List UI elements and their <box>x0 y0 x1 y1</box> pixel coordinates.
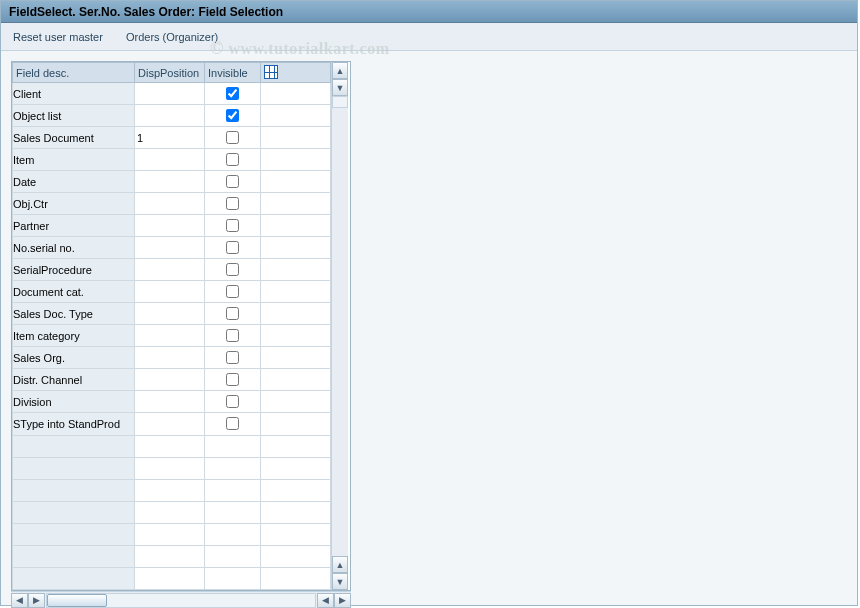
h-scroll-thumb[interactable] <box>47 594 107 607</box>
table-row: Date <box>13 171 331 193</box>
field-desc-cell: Document cat. <box>13 281 135 303</box>
invisible-checkbox[interactable] <box>226 263 239 276</box>
field-desc-cell: SerialProcedure <box>13 259 135 281</box>
invisible-cell <box>205 127 261 149</box>
col-header-select-columns[interactable] <box>261 63 331 83</box>
blank-cell <box>261 303 331 325</box>
col-header-disp-position[interactable]: DispPosition <box>135 63 205 83</box>
table-row: Document cat. <box>13 281 331 303</box>
invisible-checkbox[interactable] <box>226 417 239 430</box>
disp-position-cell <box>135 347 205 369</box>
empty-cell <box>205 523 261 545</box>
blank-cell <box>261 149 331 171</box>
disp-position-input[interactable] <box>135 128 204 147</box>
disp-position-cell <box>135 369 205 391</box>
empty-cell <box>135 479 205 501</box>
disp-position-cell <box>135 83 205 105</box>
invisible-checkbox[interactable] <box>226 373 239 386</box>
disp-position-input[interactable] <box>135 172 204 191</box>
table-row-empty <box>13 479 331 501</box>
invisible-checkbox[interactable] <box>226 197 239 210</box>
invisible-checkbox[interactable] <box>226 219 239 232</box>
blank-cell <box>261 193 331 215</box>
disp-position-input[interactable] <box>135 282 204 301</box>
table-settings-icon <box>264 65 278 79</box>
invisible-checkbox[interactable] <box>226 109 239 122</box>
horizontal-scrollbar[interactable]: ◀ ▶ ◀ ▶ <box>11 591 351 608</box>
empty-cell <box>135 523 205 545</box>
disp-position-input[interactable] <box>135 150 204 169</box>
empty-cell <box>135 567 205 589</box>
invisible-checkbox[interactable] <box>226 351 239 364</box>
invisible-cell <box>205 281 261 303</box>
empty-cell <box>13 545 135 567</box>
table-row-empty <box>13 545 331 567</box>
field-desc-cell: Item <box>13 149 135 171</box>
orders-organizer-button[interactable]: Orders (Organizer) <box>126 23 218 51</box>
scroll-down-button[interactable]: ▼ <box>332 79 348 96</box>
empty-cell <box>261 479 331 501</box>
scroll-right-end-button[interactable]: ▶ <box>334 593 351 608</box>
disp-position-input[interactable] <box>135 260 204 279</box>
col-header-invisible[interactable]: Invisible <box>205 63 261 83</box>
col-header-field-desc[interactable]: Field desc. <box>13 63 135 83</box>
app-window: FieldSelect. Ser.No. Sales Order: Field … <box>0 0 858 606</box>
invisible-checkbox[interactable] <box>226 329 239 342</box>
invisible-checkbox[interactable] <box>226 285 239 298</box>
vertical-scrollbar[interactable]: ▲ ▼ ▲ ▼ <box>331 62 348 590</box>
invisible-checkbox[interactable] <box>226 241 239 254</box>
blank-cell <box>261 391 331 413</box>
scroll-down-bottom-button[interactable]: ▼ <box>332 573 348 590</box>
empty-cell <box>13 523 135 545</box>
disp-position-input[interactable] <box>135 106 204 125</box>
disp-position-input[interactable] <box>135 326 204 345</box>
field-desc-cell: Distr. Channel <box>13 369 135 391</box>
scroll-left-end-button[interactable]: ◀ <box>317 593 334 608</box>
disp-position-input[interactable] <box>135 238 204 257</box>
invisible-cell <box>205 369 261 391</box>
disp-position-input[interactable] <box>135 392 204 411</box>
scroll-up-bottom-button[interactable]: ▲ <box>332 556 348 573</box>
disp-position-input[interactable] <box>135 304 204 323</box>
scroll-up-button[interactable]: ▲ <box>332 62 348 79</box>
invisible-checkbox[interactable] <box>226 87 239 100</box>
blank-cell <box>261 215 331 237</box>
disp-position-input[interactable] <box>135 414 204 433</box>
disp-position-input[interactable] <box>135 216 204 235</box>
field-desc-cell: Sales Org. <box>13 347 135 369</box>
title-bar: FieldSelect. Ser.No. Sales Order: Field … <box>1 1 857 23</box>
app-toolbar: Reset user master Orders (Organizer) <box>1 23 857 51</box>
window-title: FieldSelect. Ser.No. Sales Order: Field … <box>9 5 283 19</box>
disp-position-cell <box>135 193 205 215</box>
invisible-checkbox[interactable] <box>226 395 239 408</box>
table-row: Sales Document <box>13 127 331 149</box>
invisible-cell <box>205 325 261 347</box>
empty-cell <box>13 435 135 457</box>
disp-position-input[interactable] <box>135 194 204 213</box>
invisible-checkbox[interactable] <box>226 153 239 166</box>
scroll-right-button[interactable]: ▶ <box>28 593 45 608</box>
table-row: Division <box>13 391 331 413</box>
invisible-checkbox[interactable] <box>226 131 239 144</box>
disp-position-cell <box>135 105 205 127</box>
invisible-checkbox[interactable] <box>226 307 239 320</box>
scroll-left-button[interactable]: ◀ <box>11 593 28 608</box>
blank-cell <box>261 281 331 303</box>
blank-cell <box>261 127 331 149</box>
empty-cell <box>205 501 261 523</box>
invisible-cell <box>205 215 261 237</box>
table-row: SType into StandProd <box>13 413 331 435</box>
empty-cell <box>261 501 331 523</box>
disp-position-input[interactable] <box>135 348 204 367</box>
blank-cell <box>261 105 331 127</box>
field-desc-cell: Object list <box>13 105 135 127</box>
reset-user-master-button[interactable]: Reset user master <box>13 23 103 51</box>
invisible-checkbox[interactable] <box>226 175 239 188</box>
disp-position-input[interactable] <box>135 84 204 103</box>
table-row: Item <box>13 149 331 171</box>
field-desc-cell: Partner <box>13 215 135 237</box>
h-scroll-track[interactable] <box>46 593 316 608</box>
content-area: Field desc. DispPosition Invisible Clien… <box>1 51 857 606</box>
disp-position-input[interactable] <box>135 370 204 389</box>
invisible-cell <box>205 391 261 413</box>
